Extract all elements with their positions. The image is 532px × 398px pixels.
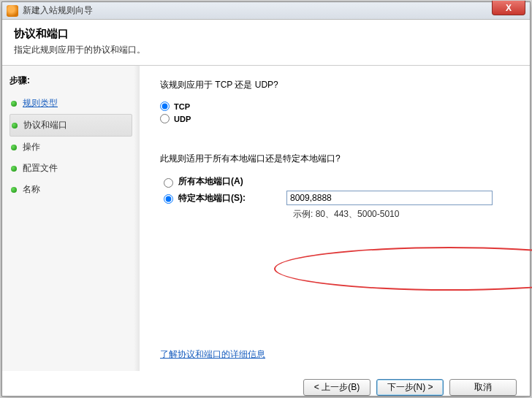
radio-udp[interactable] (160, 114, 170, 123)
learn-more[interactable]: 了解协议和端口的详细信息 (160, 348, 265, 361)
radio-all-ports-label: 所有本地端口(A) (178, 175, 243, 188)
page-title: 协议和端口 (14, 27, 518, 41)
bullet-icon (11, 145, 17, 150)
window-title: 新建入站规则向导 (23, 4, 93, 17)
bullet-icon (11, 187, 17, 193)
ports-example: 示例: 80、443、5000-5010 (293, 208, 515, 221)
page-subtitle: 指定此规则应用于的协议和端口。 (14, 44, 518, 56)
cancel-button[interactable]: 取消 (449, 379, 517, 396)
protocol-question: 该规则应用于 TCP 还是 UDP? (160, 79, 515, 91)
titlebar: 新建入站规则向导 X (2, 2, 530, 20)
wizard-footer: < 上一步(B) 下一步(N) > 取消 (2, 371, 530, 398)
step-name[interactable]: 名称 (10, 179, 132, 200)
radio-udp-row[interactable]: UDP (160, 114, 515, 123)
radio-all-ports-row[interactable]: 所有本地端口(A) (160, 175, 515, 188)
radio-specific-ports-label: 特定本地端口(S): (178, 192, 246, 204)
wizard-body: 步骤: 规则类型 协议和端口 操作 配置文件 名称 (2, 66, 530, 371)
bullet-icon (12, 123, 18, 129)
step-profile[interactable]: 配置文件 (10, 158, 132, 179)
step-action[interactable]: 操作 (10, 137, 132, 158)
firewall-icon (7, 5, 18, 17)
close-button[interactable]: X (492, 1, 525, 15)
steps-heading: 步骤: (10, 74, 132, 87)
port-section: 此规则适用于所有本地端口还是特定本地端口? 所有本地端口(A) 特定本地端口(S… (160, 153, 515, 221)
learn-more-link[interactable]: 了解协议和端口的详细信息 (160, 349, 265, 359)
step-label: 配置文件 (23, 162, 58, 175)
steps-sidebar: 步骤: 规则类型 协议和端口 操作 配置文件 名称 (2, 66, 140, 371)
radio-tcp[interactable] (160, 102, 170, 111)
step-label: 规则类型 (23, 97, 58, 110)
step-label: 名称 (23, 183, 40, 196)
annotation-ellipse (274, 247, 532, 291)
radio-tcp-label: TCP (174, 102, 190, 111)
step-label: 协议和端口 (23, 119, 67, 131)
port-question: 此规则适用于所有本地端口还是特定本地端口? (160, 153, 515, 165)
back-button[interactable]: < 上一步(B) (303, 379, 370, 396)
radio-all-ports[interactable] (164, 178, 173, 188)
bullet-icon (11, 101, 17, 107)
step-label: 操作 (23, 141, 40, 153)
wizard-window: 新建入站规则向导 X 协议和端口 指定此规则应用于的协议和端口。 步骤: 规则类… (1, 1, 531, 397)
step-protocol-ports[interactable]: 协议和端口 (10, 114, 132, 137)
wizard-header: 协议和端口 指定此规则应用于的协议和端口。 (2, 20, 530, 66)
wizard-content: 该规则应用于 TCP 还是 UDP? TCP UDP 此规则适用于所有本地端口还… (140, 66, 530, 371)
step-rule-type[interactable]: 规则类型 (10, 93, 132, 114)
radio-tcp-row[interactable]: TCP (160, 102, 515, 111)
radio-specific-ports[interactable] (164, 194, 173, 204)
bullet-icon (11, 166, 17, 172)
next-button[interactable]: 下一步(N) > (376, 379, 444, 396)
radio-specific-ports-row[interactable]: 特定本地端口(S): (160, 191, 515, 205)
radio-udp-label: UDP (174, 115, 191, 123)
close-icon: X (506, 3, 512, 13)
specific-ports-input[interactable] (286, 191, 493, 205)
